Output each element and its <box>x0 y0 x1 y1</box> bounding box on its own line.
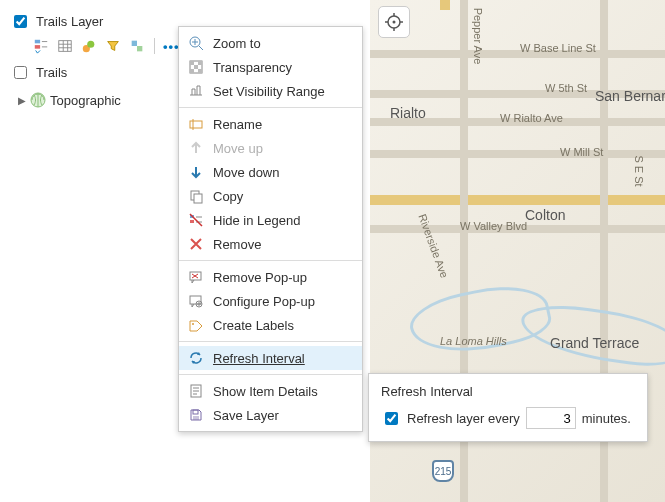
menu-rename[interactable]: Rename <box>179 112 362 136</box>
menu-copy[interactable]: Copy <box>179 184 362 208</box>
map-street-label: S E St <box>633 155 645 186</box>
refresh-unit: minutes. <box>582 411 631 426</box>
map-city-label: Colton <box>525 207 565 223</box>
map-street-label: Pepper Ave <box>472 8 484 65</box>
highway-shield-icon: 215 <box>432 460 454 482</box>
arrow-up-icon <box>187 139 205 157</box>
map-area-label: La Loma Hills <box>440 335 500 347</box>
analysis-icon[interactable] <box>128 37 146 55</box>
basemap-label: Topographic <box>50 93 121 108</box>
style-icon[interactable] <box>80 37 98 55</box>
menu-zoom-to[interactable]: Zoom to <box>179 31 362 55</box>
legend-icon[interactable] <box>32 37 50 55</box>
svg-rect-12 <box>194 65 198 69</box>
svg-point-4 <box>87 41 94 48</box>
copy-icon <box>187 187 205 205</box>
labels-icon <box>187 316 205 334</box>
rename-icon <box>187 115 205 133</box>
svg-point-23 <box>192 323 194 325</box>
menu-show-details[interactable]: Show Item Details <box>179 379 362 403</box>
hide-legend-icon <box>187 211 205 229</box>
map-street-label: W Mill St <box>560 146 603 158</box>
toolbar-separator <box>154 38 155 54</box>
layer-checkbox[interactable] <box>14 66 27 79</box>
svg-rect-14 <box>198 69 202 73</box>
refresh-interval-popup: Refresh Interval Refresh layer every min… <box>368 373 648 442</box>
svg-rect-17 <box>194 194 202 203</box>
layer-context-menu: Zoom to Transparency Set Visibility Rang… <box>178 26 363 432</box>
map-street-label: W 5th St <box>545 82 587 94</box>
locate-icon <box>384 12 404 32</box>
map-city-label: Grand Terrace <box>550 335 639 351</box>
svg-rect-19 <box>190 220 194 223</box>
svg-rect-26 <box>193 416 199 420</box>
svg-rect-11 <box>198 61 202 65</box>
save-icon <box>187 406 205 424</box>
svg-point-28 <box>393 21 396 24</box>
svg-rect-6 <box>137 46 142 51</box>
menu-visibility-range[interactable]: Set Visibility Range <box>179 79 362 103</box>
menu-transparency[interactable]: Transparency <box>179 55 362 79</box>
locate-button[interactable] <box>378 6 410 38</box>
visibility-icon <box>187 82 205 100</box>
filter-icon[interactable] <box>104 37 122 55</box>
svg-rect-1 <box>35 45 40 49</box>
map-street-label: W Base Line St <box>520 42 596 54</box>
svg-rect-10 <box>190 61 194 65</box>
map-street-label: W Rialto Ave <box>500 112 563 124</box>
expand-icon[interactable]: ▶ <box>18 95 26 106</box>
map-street-label: W Valley Blvd <box>460 220 527 232</box>
svg-rect-5 <box>132 41 137 46</box>
refresh-title: Refresh Interval <box>381 384 635 399</box>
svg-rect-15 <box>190 121 202 128</box>
menu-move-down[interactable]: Move down <box>179 160 362 184</box>
map-city-label: Rialto <box>390 105 426 121</box>
refresh-label: Refresh layer every <box>407 411 520 426</box>
menu-save-layer[interactable]: Save Layer <box>179 403 362 427</box>
globe-icon <box>30 92 46 108</box>
svg-rect-25 <box>193 410 198 414</box>
layer-checkbox[interactable] <box>14 15 27 28</box>
configure-popup-icon <box>187 292 205 310</box>
layer-label: Trails Layer <box>36 14 103 29</box>
menu-configure-popup[interactable]: Configure Pop-up <box>179 289 362 313</box>
remove-popup-icon <box>187 268 205 286</box>
details-icon <box>187 382 205 400</box>
menu-move-up: Move up <box>179 136 362 160</box>
remove-icon <box>187 235 205 253</box>
menu-remove-popup[interactable]: Remove Pop-up <box>179 265 362 289</box>
svg-rect-0 <box>35 40 40 44</box>
table-icon[interactable] <box>56 37 74 55</box>
zoom-icon <box>187 34 205 52</box>
svg-rect-2 <box>59 41 71 52</box>
menu-create-labels[interactable]: Create Labels <box>179 313 362 337</box>
layer-label: Trails <box>36 65 67 80</box>
svg-rect-13 <box>190 69 194 73</box>
arrow-down-icon <box>187 163 205 181</box>
menu-hide-legend[interactable]: Hide in Legend <box>179 208 362 232</box>
refresh-value-input[interactable] <box>526 407 576 429</box>
refresh-checkbox[interactable] <box>385 412 398 425</box>
refresh-icon <box>187 349 205 367</box>
menu-refresh-interval[interactable]: Refresh Interval <box>179 346 362 370</box>
map-city-label: San Bernardino <box>595 88 665 104</box>
menu-remove[interactable]: Remove <box>179 232 362 256</box>
transparency-icon <box>187 58 205 76</box>
